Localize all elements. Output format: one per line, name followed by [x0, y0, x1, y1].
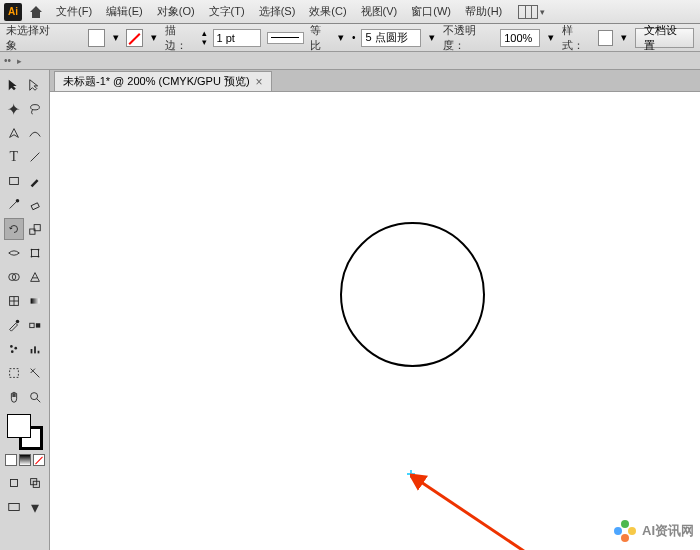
- curvature-tool[interactable]: [26, 122, 46, 144]
- stroke-weight-input[interactable]: [213, 29, 261, 47]
- style-swatch[interactable]: [598, 30, 613, 46]
- brush-profile-input[interactable]: [361, 29, 421, 47]
- mesh-tool[interactable]: [4, 290, 24, 312]
- rectangle-tool[interactable]: [4, 170, 24, 192]
- perspective-tool[interactable]: [26, 266, 46, 288]
- free-transform-tool[interactable]: [26, 242, 46, 264]
- svg-rect-33: [9, 504, 20, 511]
- stepper-icon[interactable]: ▴▾: [202, 29, 207, 47]
- zoom-tool[interactable]: [26, 386, 46, 408]
- document-setup-button[interactable]: 文档设置: [635, 28, 694, 48]
- gradient-mode-icon[interactable]: [19, 454, 31, 466]
- fill-color-box[interactable]: [7, 414, 31, 438]
- svg-line-29: [37, 399, 41, 403]
- stroke-swatch[interactable]: [126, 29, 143, 47]
- uniform-label: 等比: [310, 23, 331, 53]
- svg-rect-19: [30, 323, 34, 327]
- tools-panel: ✦ T ▾: [0, 70, 50, 550]
- svg-rect-27: [9, 369, 18, 378]
- chevron-down-icon[interactable]: ▾: [540, 7, 545, 17]
- svg-rect-17: [31, 298, 40, 303]
- color-mode-row: [4, 454, 45, 466]
- profile-dropdown-icon[interactable]: ▾: [427, 33, 436, 43]
- type-tool[interactable]: T: [4, 146, 24, 168]
- lasso-tool[interactable]: [26, 98, 46, 120]
- fill-swatch[interactable]: [88, 29, 105, 47]
- menu-view[interactable]: 视图(V): [355, 2, 404, 21]
- scale-tool[interactable]: [26, 218, 45, 240]
- svg-rect-30: [10, 480, 17, 487]
- selection-tool[interactable]: [4, 74, 24, 96]
- eyedropper-tool[interactable]: [4, 314, 24, 336]
- svg-point-9: [38, 249, 40, 251]
- rotation-center-icon[interactable]: [407, 470, 415, 478]
- menu-object[interactable]: 对象(O): [151, 2, 201, 21]
- document-tab[interactable]: 未标题-1* @ 200% (CMYK/GPU 预览) ×: [54, 71, 272, 91]
- menu-type[interactable]: 文字(T): [203, 2, 251, 21]
- menu-select[interactable]: 选择(S): [253, 2, 302, 21]
- slice-tool[interactable]: [26, 362, 46, 384]
- color-mode-icon[interactable]: [5, 454, 17, 466]
- svg-rect-2: [9, 178, 18, 185]
- stroke-profile-preview[interactable]: [267, 32, 305, 44]
- style-label: 样式：: [562, 23, 593, 53]
- width-tool[interactable]: [4, 242, 24, 264]
- home-icon[interactable]: [28, 4, 44, 20]
- close-tab-icon[interactable]: ×: [256, 75, 263, 89]
- screen-mode-icon[interactable]: [4, 496, 24, 518]
- stroke-dropdown-icon[interactable]: ▾: [149, 33, 158, 43]
- rotate-tool[interactable]: [4, 218, 24, 240]
- shaper-tool[interactable]: [4, 194, 24, 216]
- svg-rect-7: [32, 250, 39, 257]
- style-dropdown-icon[interactable]: ▾: [619, 33, 628, 43]
- hand-tool[interactable]: [4, 386, 24, 408]
- canvas[interactable]: AI资讯网: [50, 92, 700, 550]
- artboard-tool[interactable]: [4, 362, 24, 384]
- svg-point-21: [10, 345, 13, 348]
- column-graph-tool[interactable]: [26, 338, 46, 360]
- blend-tool[interactable]: [26, 314, 46, 336]
- opacity-label: 不透明度：: [443, 23, 494, 53]
- svg-point-3: [16, 199, 20, 203]
- app-icon: Ai: [4, 3, 22, 21]
- none-mode-icon[interactable]: [33, 454, 45, 466]
- menu-effect[interactable]: 效果(C): [303, 2, 352, 21]
- menubar: Ai 文件(F) 编辑(E) 对象(O) 文字(T) 选择(S) 效果(C) 视…: [0, 0, 700, 24]
- workspace-switcher-icon[interactable]: [518, 5, 538, 19]
- svg-rect-20: [36, 323, 40, 327]
- dock-strip: •• ▸: [0, 52, 700, 70]
- watermark-text: AI资讯网: [642, 522, 694, 540]
- menu-file[interactable]: 文件(F): [50, 2, 98, 21]
- document-tab-bar: 未标题-1* @ 200% (CMYK/GPU 预览) ×: [50, 70, 700, 92]
- svg-point-36: [628, 527, 636, 535]
- pen-tool[interactable]: [4, 122, 24, 144]
- annotation-arrow-icon: [410, 472, 590, 550]
- circle-shape[interactable]: [340, 222, 485, 367]
- shape-builder-tool[interactable]: [4, 266, 24, 288]
- draw-normal-icon[interactable]: [4, 472, 24, 494]
- menu-help[interactable]: 帮助(H): [459, 2, 508, 21]
- svg-point-39: [622, 528, 628, 534]
- menu-edit[interactable]: 编辑(E): [100, 2, 149, 21]
- opacity-dropdown-icon[interactable]: ▾: [546, 33, 555, 43]
- paintbrush-tool[interactable]: [26, 170, 46, 192]
- fill-stroke-control[interactable]: [7, 414, 43, 450]
- no-selection-label: 未选择对象: [6, 23, 57, 53]
- fill-dropdown-icon[interactable]: ▾: [111, 33, 120, 43]
- eraser-tool[interactable]: [26, 194, 46, 216]
- change-screen-icon[interactable]: ▾: [26, 496, 46, 518]
- direct-selection-tool[interactable]: [26, 74, 46, 96]
- svg-point-11: [38, 256, 40, 258]
- svg-rect-24: [31, 349, 33, 353]
- draw-behind-icon[interactable]: [26, 472, 46, 494]
- gradient-tool[interactable]: [26, 290, 46, 312]
- magic-wand-tool[interactable]: ✦: [4, 98, 24, 120]
- uniform-dropdown-icon[interactable]: ▾: [337, 33, 346, 43]
- menu-window[interactable]: 窗口(W): [405, 2, 457, 21]
- chevron-right-icon[interactable]: ▸: [17, 56, 22, 66]
- svg-point-38: [614, 527, 622, 535]
- opacity-input[interactable]: [500, 29, 540, 47]
- panel-grip-icon[interactable]: ••: [4, 55, 11, 66]
- line-tool[interactable]: [26, 146, 46, 168]
- symbol-sprayer-tool[interactable]: [4, 338, 24, 360]
